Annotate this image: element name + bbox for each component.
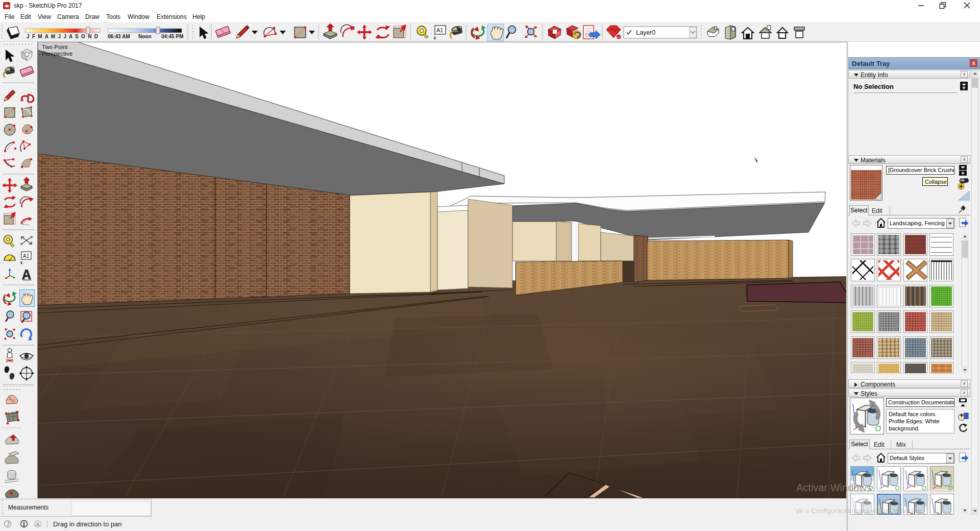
svg-text:Noon: Noon	[138, 34, 152, 39]
svg-text:A1: A1	[436, 27, 443, 33]
svg-text:A1: A1	[23, 253, 30, 259]
svg-text:04:45 PM: 04:45 PM	[161, 34, 183, 39]
svg-text:J F M A M J J A S O N D: J F M A M J J A S O N D	[27, 34, 98, 39]
svg-text:Perspective: Perspective	[42, 51, 72, 57]
svg-text:Two Point: Two Point	[42, 44, 68, 50]
svg-text:06:43 AM: 06:43 AM	[108, 34, 130, 39]
svg-text:Layer0: Layer0	[636, 29, 655, 36]
